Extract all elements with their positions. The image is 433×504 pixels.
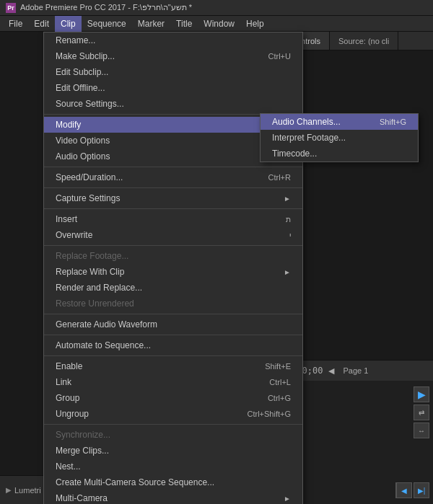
submenu-timecode[interactable]: Timecode... — [261, 146, 418, 162]
menu-make-subclip[interactable]: Make Subclip... Ctrl+U — [44, 48, 302, 64]
divider-3 — [44, 187, 302, 188]
expand-icon: ▶ — [6, 486, 12, 494]
menu-source-settings[interactable]: Source Settings... — [44, 96, 302, 112]
menu-synchronize: Synchronize... — [44, 427, 302, 443]
menu-window[interactable]: Window — [198, 16, 240, 32]
divider-4 — [44, 208, 302, 209]
menu-replace-footage: Replace Footage... — [44, 248, 302, 264]
menu-clip[interactable]: Clip — [55, 16, 82, 32]
modify-submenu: Audio Channels... Shift+G Interpret Foot… — [260, 113, 419, 162]
app-icon: Pr — [6, 3, 16, 13]
submenu-interpret-footage[interactable]: Interpret Footage... — [261, 130, 418, 146]
menu-link[interactable]: Link Ctrl+L — [44, 374, 302, 390]
timeline-page: Page 1 — [343, 366, 368, 375]
arrow-icon: ► — [284, 195, 291, 203]
arrow-icon: ► — [284, 495, 291, 503]
menu-help[interactable]: Help — [240, 16, 270, 32]
menu-speed-duration[interactable]: Speed/Duration... Ctrl+R — [44, 169, 302, 185]
menu-edit-offline[interactable]: Edit Offline... — [44, 80, 302, 96]
nav-left[interactable]: ◀ — [396, 482, 412, 498]
divider-7 — [44, 335, 302, 335]
divider-9 — [44, 424, 302, 425]
transport-btn-2[interactable]: ⇄ — [414, 404, 429, 420]
main-area: Rename... Make Subclip... Ctrl+U Edit Su… — [0, 32, 433, 504]
menu-enable[interactable]: Enable Shift+E — [44, 358, 302, 374]
nav-right[interactable]: ▶| — [414, 482, 429, 498]
menu-marker[interactable]: Marker — [132, 16, 170, 32]
menu-merge-clips[interactable]: Merge Clips... — [44, 443, 302, 459]
divider-2 — [44, 167, 302, 167]
menu-sequence[interactable]: Sequence — [82, 16, 132, 32]
divider-6 — [44, 314, 302, 314]
divider-5 — [44, 245, 302, 246]
menu-capture-settings[interactable]: Capture Settings ► — [44, 190, 302, 206]
arrow-icon: ► — [284, 268, 291, 276]
tab-source[interactable]: Source: (no cli — [330, 32, 398, 50]
clip-dropdown-menu: Rename... Make Subclip... Ctrl+U Edit Su… — [43, 32, 303, 504]
menu-rename[interactable]: Rename... — [44, 32, 302, 48]
menu-insert[interactable]: Insert ת — [44, 211, 302, 227]
menu-title[interactable]: Title — [170, 16, 198, 32]
menu-ungroup[interactable]: Ungroup Ctrl+Shift+G — [44, 406, 302, 422]
menu-overwrite[interactable]: Overwrite י — [44, 227, 302, 243]
menu-replace-with-clip[interactable]: Replace With Clip ► — [44, 264, 302, 280]
transport-btn-3[interactable]: ↔ — [414, 423, 429, 438]
play-button[interactable]: ▶ — [414, 386, 429, 402]
submenu-audio-channels[interactable]: Audio Channels... Shift+G — [261, 114, 418, 130]
menu-edit-subclip[interactable]: Edit Subclip... — [44, 64, 302, 80]
title-bar: Pr Adobe Premiere Pro CC 2017 - F:\תשע"ה… — [0, 0, 433, 16]
divider-8 — [44, 355, 302, 356]
menu-create-multicam[interactable]: Create Multi-Camera Source Sequence... — [44, 474, 302, 490]
menu-nest[interactable]: Nest... — [44, 459, 302, 474]
title-bar-text: Adobe Premiere Pro CC 2017 - F:\תשע"ה\חר… — [20, 3, 192, 12]
menu-bar: File Edit Clip Sequence Marker Title Win… — [0, 16, 433, 32]
menu-multi-camera[interactable]: Multi-Camera ► — [44, 490, 302, 504]
menu-group[interactable]: Group Ctrl+G — [44, 390, 302, 406]
menu-file[interactable]: File — [3, 16, 28, 32]
menu-automate-sequence[interactable]: Automate to Sequence... — [44, 337, 302, 353]
menu-restore-unrendered: Restore Unrendered — [44, 296, 302, 311]
menu-edit[interactable]: Edit — [28, 16, 55, 32]
menu-generate-audio-waveform[interactable]: Generate Audio Waveform — [44, 317, 302, 332]
menu-render-replace[interactable]: Render and Replace... — [44, 280, 302, 296]
